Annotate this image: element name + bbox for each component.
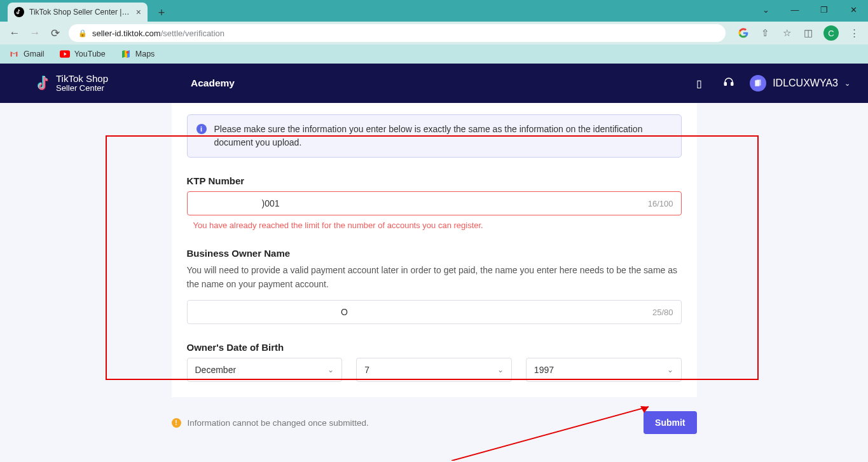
address-bar: ← → ⟳ 🔒 seller-id.tiktok.com/settle/veri… bbox=[0, 22, 868, 44]
owner-name-input-wrap[interactable]: 25/80 bbox=[187, 300, 682, 324]
forward-button[interactable]: → bbox=[28, 26, 42, 40]
minimize-button[interactable]: — bbox=[780, 0, 809, 19]
bookmark-youtube[interactable]: YouTube bbox=[60, 49, 106, 59]
mobile-icon[interactable]: ▯ bbox=[696, 78, 709, 90]
ktp-char-count: 16/100 bbox=[648, 199, 673, 208]
info-text: Please make sure the information you ent… bbox=[214, 123, 672, 149]
chevron-down-icon: ⌄ bbox=[497, 365, 504, 374]
new-tab-button[interactable]: + bbox=[153, 4, 170, 22]
close-window-button[interactable]: ✕ bbox=[839, 0, 868, 19]
bookmark-star-icon[interactable]: ☆ bbox=[780, 27, 793, 39]
info-notice: i Please make sure the information you e… bbox=[187, 114, 682, 158]
svg-point-1 bbox=[126, 51, 128, 53]
browser-tab[interactable]: TikTok Shop Seller Center | Indon × bbox=[8, 3, 148, 22]
page-content: TikTok Shop Seller Center Academy ▯ IDLC… bbox=[0, 64, 868, 462]
reload-button[interactable]: ⟳ bbox=[48, 26, 62, 40]
window-controls: ⌄ — ❐ ✕ bbox=[751, 0, 868, 19]
tiktok-header: TikTok Shop Seller Center Academy ▯ IDLC… bbox=[0, 64, 868, 103]
footer-warning-text: Information cannot be changed once submi… bbox=[188, 418, 369, 428]
lock-icon: 🔒 bbox=[78, 29, 87, 37]
info-icon: i bbox=[196, 124, 207, 134]
ktp-error-message: You have already reached the limit for t… bbox=[187, 221, 682, 230]
back-button[interactable]: ← bbox=[8, 26, 22, 40]
chevron-down-icon: ⌄ bbox=[667, 365, 673, 374]
tiktok-shop-logo[interactable]: TikTok Shop Seller Center bbox=[37, 74, 108, 92]
nav-academy[interactable]: Academy bbox=[191, 78, 235, 89]
url-path: /settle/verification bbox=[161, 29, 224, 38]
owner-name-help: You will need to provide a valid payment… bbox=[187, 264, 682, 291]
url-domain: seller-id.tiktok.com bbox=[92, 29, 161, 38]
verification-form-panel: i Please make sure the information you e… bbox=[172, 103, 697, 397]
browser-titlebar: TikTok Shop Seller Center | Indon × + ⌄ … bbox=[0, 0, 868, 22]
owner-name-char-count: 25/80 bbox=[652, 308, 673, 317]
tiktok-favicon bbox=[14, 7, 24, 17]
footer-row: ! Information cannot be changed once sub… bbox=[172, 411, 697, 434]
bookmark-label: Maps bbox=[135, 50, 155, 58]
logo-text-bold: TikTok bbox=[56, 73, 83, 84]
tiktok-note-icon bbox=[37, 75, 51, 92]
dob-day-value: 7 bbox=[364, 365, 369, 375]
maps-icon bbox=[121, 49, 131, 59]
bookmark-label: Gmail bbox=[24, 50, 45, 58]
side-panel-icon[interactable]: ◫ bbox=[802, 27, 815, 39]
username: IDLCUXWYA3 bbox=[773, 78, 838, 89]
bookmark-label: YouTube bbox=[74, 50, 106, 58]
dob-month-select[interactable]: December ⌄ bbox=[187, 358, 343, 382]
maximize-button[interactable]: ❐ bbox=[809, 0, 839, 19]
dob-label: Owner's Date of Birth bbox=[187, 342, 682, 353]
tab-close-icon[interactable]: × bbox=[136, 7, 141, 17]
svg-rect-3 bbox=[731, 83, 733, 86]
url-box[interactable]: 🔒 seller-id.tiktok.com/settle/verificati… bbox=[69, 24, 726, 42]
dob-year-select[interactable]: 1997 ⌄ bbox=[526, 358, 682, 382]
gmail-icon bbox=[9, 49, 19, 59]
svg-rect-2 bbox=[724, 83, 726, 86]
bookmark-gmail[interactable]: Gmail bbox=[9, 49, 45, 59]
share-icon[interactable]: ⇧ bbox=[759, 27, 771, 39]
chevron-down-icon: ⌄ bbox=[327, 365, 334, 374]
bookmarks-bar: Gmail YouTube Maps bbox=[0, 44, 868, 64]
headset-support-icon[interactable] bbox=[723, 76, 736, 90]
dob-month-value: December bbox=[195, 365, 237, 375]
ktp-label: KTP Number bbox=[187, 175, 682, 186]
warning-icon: ! bbox=[172, 418, 181, 428]
submit-button[interactable]: Submit bbox=[644, 411, 696, 434]
chrome-menu-icon[interactable]: ⋮ bbox=[848, 27, 860, 39]
chevron-down-icon: ⌄ bbox=[844, 79, 850, 88]
google-icon[interactable] bbox=[737, 27, 750, 39]
chrome-profile-button[interactable]: C bbox=[823, 25, 839, 41]
user-menu[interactable]: IDLCUXWYA3 ⌄ bbox=[750, 75, 850, 92]
logo-text-light: Shop bbox=[83, 73, 108, 84]
owner-name-input[interactable] bbox=[195, 307, 652, 317]
dob-year-value: 1997 bbox=[534, 365, 554, 375]
tab-title: TikTok Shop Seller Center | Indon bbox=[29, 8, 131, 17]
owner-name-label: Business Owner Name bbox=[187, 248, 682, 259]
ktp-input[interactable] bbox=[195, 198, 648, 208]
dob-day-select[interactable]: 7 ⌄ bbox=[356, 358, 512, 382]
logo-subtext: Seller Center bbox=[56, 84, 108, 93]
tab-search-icon[interactable]: ⌄ bbox=[751, 0, 780, 19]
ktp-input-wrap[interactable]: 16/100 bbox=[187, 191, 682, 215]
bookmark-maps[interactable]: Maps bbox=[121, 49, 155, 59]
user-avatar bbox=[750, 75, 766, 92]
youtube-icon bbox=[60, 49, 70, 59]
